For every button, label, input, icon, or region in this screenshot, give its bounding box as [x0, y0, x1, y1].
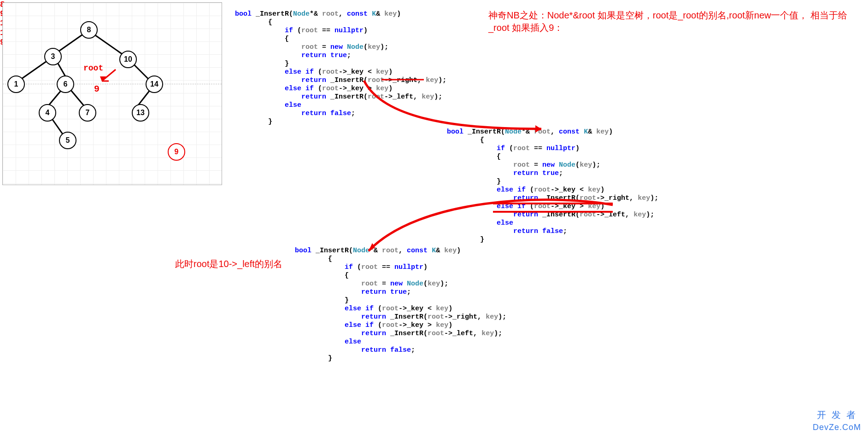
tree-node-7: 7 — [79, 104, 96, 122]
tree-node-6: 6 — [57, 76, 74, 93]
node-label: 3 — [51, 52, 55, 61]
code-block-1: bool _InsertR(Node*& root, const K& key)… — [235, 10, 446, 126]
tree-node-10: 10 — [119, 51, 137, 68]
tree-node-8: 8 — [80, 21, 98, 39]
node-label: 14 — [150, 80, 158, 88]
node-label: 7 — [86, 109, 90, 117]
grid-background — [3, 3, 222, 185]
node-label: 1 — [14, 80, 18, 88]
svg-line-0 — [102, 70, 116, 81]
node-label: 8 — [87, 26, 91, 34]
node-label: 6 — [64, 80, 68, 88]
node-label: 5 — [66, 136, 70, 145]
root-arrow-icon — [97, 67, 120, 86]
tree-node-14: 14 — [146, 76, 163, 93]
node-label: 13 — [136, 109, 145, 117]
alias-explanation: 此时root是10->_left的别名 — [175, 258, 282, 270]
tree-node-13: 13 — [132, 104, 149, 122]
node-label: 4 — [46, 109, 50, 117]
watermark-text: 开发者 — [817, 409, 861, 421]
code-block-2: bool _InsertR(Node*& root, const K& key)… — [447, 128, 658, 244]
tree-node-5: 5 — [59, 132, 76, 149]
tree-node-4: 4 — [39, 104, 56, 122]
node-label: 10 — [124, 55, 132, 64]
tree-node-9-red: 9 — [168, 143, 185, 161]
watermark-url: DevZe.CoM — [813, 423, 861, 432]
node-label: 9 — [175, 148, 179, 156]
explanation-text: 神奇NB之处：Node*&root 如果是空树，root是_root的别名,ro… — [488, 9, 868, 34]
tree-node-1: 1 — [7, 76, 25, 93]
nine-label: 9 — [94, 84, 100, 94]
code-block-3: bool _InsertR(Node*& root, const K& key)… — [295, 247, 506, 363]
tree-diagram: 8 3 10 1 6 14 4 7 13 5 9 root 9 — [2, 2, 222, 185]
tree-node-3: 3 — [44, 48, 62, 65]
